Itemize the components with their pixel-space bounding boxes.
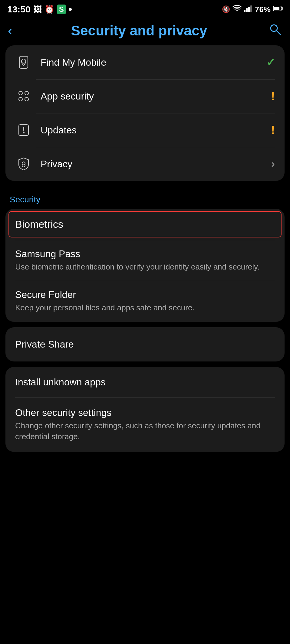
find-check-icon: ✓ [266, 56, 275, 68]
photo-icon: 🖼 [34, 5, 41, 14]
svg-point-16 [23, 132, 25, 133]
find-my-mobile-item[interactable]: Find My Mobile ✓ [5, 45, 285, 79]
find-icon [15, 54, 32, 71]
svg-rect-1 [244, 10, 246, 12]
samsung-pass-title: Samsung Pass [15, 248, 275, 260]
status-left: 13:50 🖼 ⏰ S [7, 4, 72, 15]
biometrics-label: Biometrics [15, 218, 63, 230]
updates-icon [15, 122, 32, 139]
wifi-icon [232, 5, 242, 14]
svg-point-10 [21, 59, 26, 63]
svg-point-13 [19, 97, 22, 101]
page-title: Security and privacy [10, 22, 268, 39]
app-security-warning-icon: ! [271, 90, 275, 103]
updates-warning-icon: ! [271, 124, 275, 137]
svg-point-12 [25, 91, 28, 95]
svg-rect-4 [250, 5, 252, 12]
security-card: Biometrics Samsung Pass Use biometric au… [5, 209, 285, 322]
other-security-desc: Change other security settings, such as … [15, 420, 275, 442]
clock-icon: ⏰ [44, 5, 54, 14]
updates-label: Updates [41, 125, 266, 136]
app-security-item[interactable]: App security ! [5, 79, 285, 113]
status-right: 🔇 76% [222, 5, 283, 14]
mute-icon: 🔇 [222, 5, 230, 13]
install-unknown-title: Install unknown apps [15, 377, 106, 387]
secure-folder-desc: Keep your personal files and apps safe a… [15, 302, 275, 313]
private-share-card: Private Share [5, 327, 285, 361]
svg-rect-9 [19, 56, 28, 68]
page-header: ‹ Security and privacy [0, 17, 290, 45]
status-bar: 13:50 🖼 ⏰ S 🔇 76% [0, 0, 290, 17]
svg-point-11 [19, 91, 22, 95]
other-security-item[interactable]: Other security settings Change other sec… [5, 397, 285, 452]
search-button[interactable] [268, 22, 282, 39]
biometrics-item[interactable]: Biometrics [5, 209, 285, 240]
battery-icon [273, 5, 283, 13]
app-security-label: App security [41, 91, 266, 102]
secure-folder-item[interactable]: Secure Folder Keep your personal files a… [5, 281, 285, 322]
dot-icon [69, 8, 72, 11]
find-my-mobile-label: Find My Mobile [41, 57, 262, 68]
bottom-card: Install unknown apps Other security sett… [5, 367, 285, 452]
svg-line-8 [276, 31, 280, 34]
other-security-title: Other security settings [15, 407, 111, 418]
svg-point-0 [236, 10, 238, 11]
samsung-pass-item[interactable]: Samsung Pass Use biometric authenticatio… [5, 240, 285, 281]
privacy-label: Privacy [41, 159, 266, 170]
private-share-item[interactable]: Private Share [5, 327, 285, 361]
svg-rect-17 [23, 127, 24, 131]
updates-item[interactable]: Updates ! [5, 113, 285, 147]
svg-rect-3 [248, 7, 250, 12]
privacy-item[interactable]: Privacy › [5, 147, 285, 181]
security-section-label: Security [0, 186, 290, 209]
svg-point-14 [25, 97, 28, 101]
svg-rect-6 [274, 7, 279, 10]
battery-percentage: 76% [255, 5, 271, 14]
secure-folder-title: Secure Folder [15, 289, 275, 300]
s-icon: S [57, 5, 66, 14]
apps-icon [15, 88, 32, 105]
signal-icon [244, 5, 252, 14]
privacy-icon [15, 155, 32, 172]
svg-point-18 [22, 162, 25, 165]
privacy-chevron-icon: › [271, 158, 275, 170]
svg-rect-2 [246, 8, 248, 12]
top-card: Find My Mobile ✓ App security ! Updates … [5, 45, 285, 181]
samsung-pass-desc: Use biometric authentication to verify y… [15, 261, 275, 272]
status-time: 13:50 [7, 4, 31, 15]
install-unknown-item[interactable]: Install unknown apps [5, 367, 285, 397]
